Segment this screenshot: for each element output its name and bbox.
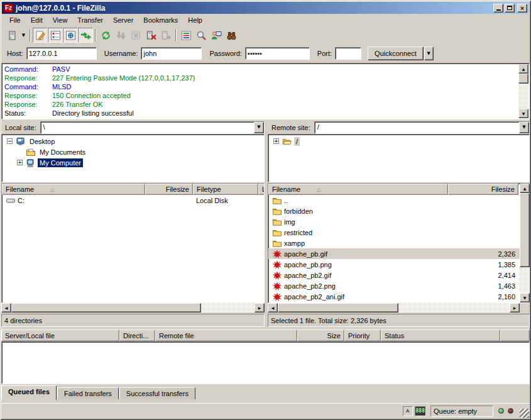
file-name: forbidden	[284, 207, 313, 215]
tree-item[interactable]: +/	[271, 136, 529, 146]
scrollbar-thumb[interactable]	[520, 193, 530, 267]
queue-column-header[interactable]	[500, 329, 530, 341]
remote-site-dropdown[interactable]: ▼	[519, 122, 529, 133]
scrollbar-thumb[interactable]	[11, 303, 201, 312]
title-bar[interactable]: Fz john@127.0.0.1 - FileZilla ×	[2, 2, 529, 14]
file-row[interactable]: img	[268, 216, 529, 227]
file-row[interactable]: ..	[268, 195, 529, 206]
menu-bookmarks[interactable]: Bookmarks	[138, 15, 183, 25]
username-input[interactable]	[141, 47, 202, 60]
reconnect-button[interactable]	[158, 28, 173, 43]
menu-help[interactable]: Help	[183, 15, 207, 25]
comparison-button[interactable]	[194, 28, 209, 43]
tab-successful-transfers[interactable]: Successful transfers	[119, 387, 195, 399]
file-name: apache_pb2.png	[284, 282, 336, 290]
tree-item[interactable]: My Documents	[4, 146, 264, 157]
file-row[interactable]: restricted	[268, 227, 529, 238]
file-row[interactable]: xampp	[268, 238, 529, 248]
menu-transfer[interactable]: Transfer	[72, 15, 108, 25]
disconnect-button[interactable]	[143, 28, 158, 43]
scroll-down-button[interactable]: ▼	[520, 293, 530, 302]
scrollbar-track[interactable]	[398, 303, 510, 312]
image-icon	[271, 270, 282, 280]
maximize-button[interactable]	[505, 4, 515, 13]
scrollbar-track[interactable]	[520, 267, 530, 293]
scrollbar-thumb[interactable]	[278, 303, 398, 312]
process-queue-button[interactable]	[113, 28, 128, 43]
column-header[interactable]: Filename△	[268, 184, 448, 195]
site-manager-dropdown[interactable]: ▼	[19, 28, 28, 43]
tree-item[interactable]: −Desktop	[4, 136, 264, 146]
file-row[interactable]: apache_pb2_ani.gif2,160	[268, 291, 529, 302]
cancel-button[interactable]	[128, 28, 143, 43]
file-row[interactable]: forbidden	[268, 206, 529, 216]
find-files-button[interactable]	[224, 28, 239, 43]
scroll-down-button[interactable]: ▼	[518, 109, 528, 118]
scrollbar-thumb[interactable]	[518, 74, 528, 84]
queue-column-header[interactable]: Size	[297, 329, 344, 341]
local-status-panel: 4 directories	[1, 314, 265, 327]
quickconnect-button[interactable]: Quickconnect	[368, 47, 424, 60]
minimize-button[interactable]	[493, 4, 503, 13]
resize-grip[interactable]	[520, 409, 529, 418]
toggle-remote-tree-button[interactable]	[63, 28, 78, 43]
column-header[interactable]: L	[258, 184, 265, 195]
port-input[interactable]	[335, 47, 361, 60]
scroll-left-button[interactable]: ◀	[1, 303, 11, 312]
toggle-local-tree-button[interactable]	[48, 28, 63, 43]
toolbar-separator	[175, 29, 177, 41]
queue-column-header[interactable]: Server/Local file	[1, 329, 119, 341]
folder-docs-icon	[25, 147, 36, 157]
file-row[interactable]: apache_pb.png1,385	[268, 259, 529, 270]
column-header[interactable]: Filesize	[448, 184, 518, 195]
tree-expander[interactable]: +	[273, 138, 279, 144]
tree-item[interactable]: +My Computer	[4, 157, 264, 168]
toggle-log-button[interactable]	[33, 28, 48, 43]
local-site-combobox[interactable]: \ ▼	[40, 121, 265, 134]
scroll-right-button[interactable]: ▶	[510, 303, 520, 312]
queue-column-header[interactable]: Priority	[344, 329, 381, 341]
queue-column-header[interactable]: Remote file	[155, 329, 297, 341]
close-button[interactable]: ×	[517, 4, 527, 13]
menu-server[interactable]: Server	[108, 15, 138, 25]
quickconnect-dropdown[interactable]: ▼	[424, 47, 434, 60]
file-row[interactable]: apache_pb2.gif2,414	[268, 270, 529, 280]
column-header[interactable]: Filesize	[145, 184, 193, 195]
menu-file[interactable]: File	[4, 15, 26, 25]
remote-site-combobox[interactable]: / ▼	[314, 121, 530, 134]
log-line: Response:227 Entering Passive Mode (127,…	[4, 74, 518, 82]
tab-failed-transfers[interactable]: Failed transfers	[57, 387, 119, 399]
file-name: C:	[18, 197, 25, 204]
queue-status-text: Queue: empty	[434, 407, 477, 415]
site-manager-button[interactable]	[4, 28, 19, 43]
scroll-up-button[interactable]: ▲	[520, 184, 530, 193]
tree-expander[interactable]: +	[17, 160, 23, 165]
queue-column-header[interactable]: Status	[381, 329, 500, 341]
file-name: ..	[284, 197, 288, 204]
queue-column-header[interactable]: Directi...	[119, 329, 155, 341]
file-row[interactable]: apache_pb.gif2,326	[268, 248, 529, 259]
password-input[interactable]	[245, 47, 310, 60]
file-row[interactable]: C:Local Disk	[2, 195, 264, 206]
tree-item-label: My Documents	[38, 148, 87, 157]
column-header[interactable]: Filename△	[2, 184, 145, 195]
tab-queued-files[interactable]: Queued files	[1, 385, 57, 400]
scrollbar-track[interactable]	[201, 303, 255, 312]
column-header[interactable]: Filetype	[193, 184, 258, 195]
file-row[interactable]: apache_pb2.png1,463	[268, 280, 529, 291]
scroll-right-button[interactable]: ▶	[255, 303, 265, 312]
menu-view[interactable]: View	[48, 15, 73, 25]
local-directory-tree: −DesktopMy Documents+My Computer	[1, 134, 265, 182]
filters-button[interactable]	[178, 28, 194, 43]
remote-site-bar: Remote site: / ▼	[268, 121, 530, 134]
host-input[interactable]	[26, 47, 97, 60]
scroll-up-button[interactable]: ▲	[518, 64, 528, 74]
refresh-button[interactable]	[98, 28, 113, 43]
sync-browsing-button[interactable]	[209, 28, 224, 43]
local-site-dropdown[interactable]: ▼	[254, 122, 264, 133]
toggle-queue-button[interactable]	[78, 28, 93, 43]
scroll-left-button[interactable]: ◀	[268, 303, 278, 312]
scrollbar-track[interactable]	[518, 84, 528, 109]
tree-expander[interactable]: −	[7, 138, 13, 144]
menu-edit[interactable]: Edit	[26, 15, 48, 25]
